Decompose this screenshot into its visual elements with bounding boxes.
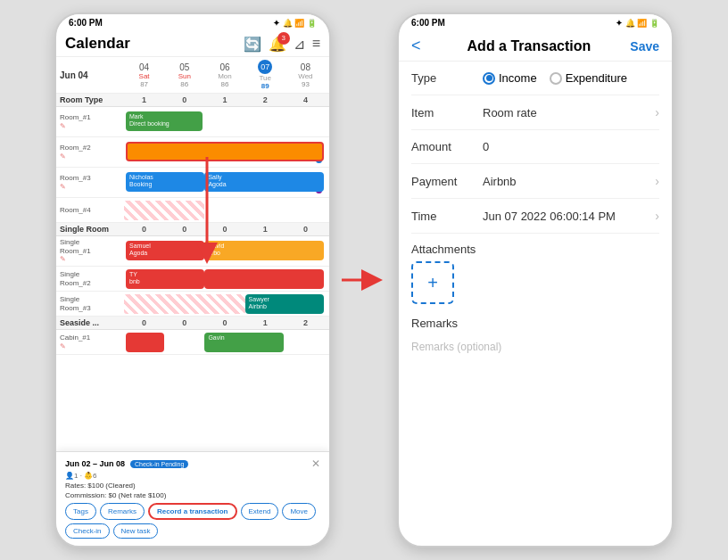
new-task-button[interactable]: New task bbox=[113, 523, 159, 539]
room-type-section-header: Room Type 1 0 1 2 4 bbox=[56, 94, 329, 107]
single-room-row-1: SingleRoom_#1✎ SamuelAgoda Davidvrbo bbox=[56, 236, 329, 267]
booking-gavin[interactable]: Gavin bbox=[204, 333, 283, 352]
popup-date-range: Jun 02 – Jun 08 bbox=[65, 459, 125, 468]
striped-block-sr3 bbox=[124, 294, 245, 314]
amount-value[interactable]: 0 bbox=[483, 140, 659, 153]
move-button[interactable]: Move bbox=[282, 503, 316, 520]
date-col-05[interactable]: 05 Sun 86 bbox=[164, 60, 204, 91]
down-arrow-annotation bbox=[194, 157, 219, 264]
menu-icon[interactable]: ≡ bbox=[312, 36, 320, 52]
status-bar-left: 6:00 PM ✦ 🔔 📶 🔋 bbox=[56, 14, 329, 31]
booking-room2[interactable] bbox=[126, 142, 324, 161]
filter-icon[interactable]: ⊿ bbox=[294, 36, 305, 53]
save-button[interactable]: Save bbox=[630, 39, 659, 54]
room-row-4: Room_#4 bbox=[56, 198, 329, 223]
attachments-label: Attachments bbox=[399, 234, 672, 261]
form-row-amount: Amount 0 bbox=[411, 130, 659, 164]
popup-actions: Tags Remarks Record a transaction Extend… bbox=[65, 503, 320, 539]
add-attachment-button[interactable]: + bbox=[411, 261, 454, 304]
booking-popup: Jun 02 – Jun 08 Check-in Pending ✕ 👤1 · … bbox=[56, 451, 329, 546]
striped-block-room4 bbox=[124, 201, 204, 220]
time-label: Time bbox=[411, 210, 476, 223]
transaction-header: < Add a Transaction Save bbox=[399, 31, 672, 62]
booking-ty[interactable]: TYbnb bbox=[126, 269, 204, 289]
payment-chevron: › bbox=[655, 174, 659, 188]
popup-status-badge: Check-in Pending bbox=[130, 460, 188, 468]
remarks-label: Remarks bbox=[399, 313, 672, 335]
remarks-placeholder: Remarks (optional) bbox=[411, 341, 501, 353]
status-bar-right: 6:00 PM ✦ 🔔 📶 🔋 bbox=[399, 14, 672, 31]
calendar-body: Room Type 1 0 1 2 4 Room_#1✎ MarkDirect … bbox=[56, 94, 329, 509]
date-col-04[interactable]: 04 Sat 87 bbox=[124, 60, 164, 91]
expenditure-label: Expenditure bbox=[566, 71, 627, 85]
cabin-row-1: Cabin_#1✎ Gavin bbox=[56, 330, 329, 355]
popup-guests: 👤1 · 👶6 bbox=[65, 472, 320, 480]
popup-rates: Rates: $100 (Cleared) bbox=[65, 482, 320, 490]
add-icon: + bbox=[427, 273, 438, 293]
single-room-section-header: Single Room 0 0 0 1 0 bbox=[56, 223, 329, 236]
date-col-06[interactable]: 06 Mon 86 bbox=[204, 60, 244, 91]
transaction-title: Add a Transaction bbox=[428, 38, 631, 54]
booking-cabin1-red[interactable] bbox=[126, 333, 164, 352]
booking-nicholas[interactable]: NicholasBooking bbox=[126, 172, 204, 192]
status-time-left: 6:00 PM bbox=[69, 18, 103, 28]
type-radio-group: Income Expenditure bbox=[483, 71, 627, 85]
status-time-right: 6:00 PM bbox=[411, 18, 445, 28]
booking-mark[interactable]: MarkDirect booking bbox=[126, 111, 203, 131]
form-row-item[interactable]: Item Room rate › bbox=[411, 95, 659, 130]
item-value: Room rate bbox=[483, 106, 648, 119]
popup-close-button[interactable]: ✕ bbox=[311, 457, 320, 470]
item-label: Item bbox=[411, 106, 476, 119]
income-label: Income bbox=[499, 71, 537, 85]
time-value: Jun 07 2022 06:00:14 PM bbox=[483, 210, 648, 223]
calendar-title: Calendar bbox=[65, 35, 130, 53]
extend-button[interactable]: Extend bbox=[241, 503, 279, 520]
room-row-1: Room_#1✎ MarkDirect booking bbox=[56, 107, 329, 137]
remarks-input[interactable]: Remarks (optional) bbox=[411, 335, 659, 358]
notification-badge: 3 bbox=[277, 32, 290, 45]
status-icons-right: ✦ 🔔 📶 🔋 bbox=[616, 19, 659, 28]
booking-samuel[interactable]: SamuelAgoda bbox=[126, 241, 204, 260]
type-label: Type bbox=[411, 71, 476, 85]
room-row-3: Room_#3✎ NicholasBooking SallyAgoda bbox=[56, 168, 329, 198]
expenditure-radio[interactable] bbox=[550, 72, 562, 85]
bell-icon-wrap[interactable]: 🔔 3 bbox=[269, 36, 286, 53]
single-room-row-2: SingleRoom_#2 TYbnb bbox=[56, 267, 329, 292]
popup-commission: Commission: $0 (Net rate $100) bbox=[65, 491, 320, 499]
amount-label: Amount bbox=[411, 140, 476, 153]
date-navigation: Jun 04 04 Sat 87 05 Sun 86 06 Mon 86 07 … bbox=[56, 57, 329, 94]
seaside-section-header: Seaside ... 0 0 0 1 2 bbox=[56, 317, 329, 330]
item-chevron: › bbox=[655, 105, 659, 119]
booking-sally[interactable]: SallyAgoda bbox=[204, 172, 324, 192]
booking-red2[interactable] bbox=[204, 269, 324, 289]
date-col-07[interactable]: 07 Tue 89 bbox=[245, 57, 285, 93]
income-option[interactable]: Income bbox=[483, 71, 537, 85]
date-col-08[interactable]: 08 Wed 93 bbox=[285, 60, 326, 91]
form-row-time[interactable]: Time Jun 07 2022 06:00:14 PM › bbox=[411, 199, 659, 234]
refresh-icon[interactable]: 🔄 bbox=[244, 36, 261, 53]
calendar-header: Calendar 🔄 🔔 3 ⊿ ≡ bbox=[56, 31, 329, 57]
booking-sawyer[interactable]: SawyerAirbnb bbox=[245, 294, 324, 314]
expenditure-option[interactable]: Expenditure bbox=[550, 71, 627, 85]
remarks-button[interactable]: Remarks bbox=[100, 503, 145, 520]
form-row-type: Type Income Expenditure bbox=[411, 62, 659, 95]
calendar-toolbar: 🔄 🔔 3 ⊿ ≡ bbox=[244, 36, 320, 53]
room-row-2: Room_#2✎ bbox=[56, 137, 329, 168]
current-date-label[interactable]: Jun 04 bbox=[60, 67, 124, 84]
form-row-payment[interactable]: Payment Airbnb › bbox=[411, 164, 659, 199]
income-radio[interactable] bbox=[483, 72, 495, 85]
time-chevron: › bbox=[655, 209, 659, 223]
record-transaction-button[interactable]: Record a transaction bbox=[148, 503, 237, 520]
payment-label: Payment bbox=[411, 175, 476, 188]
booking-david[interactable]: Davidvrbo bbox=[204, 241, 324, 260]
payment-value: Airbnb bbox=[483, 175, 648, 188]
right-arrow bbox=[342, 267, 386, 293]
right-arrow-container bbox=[342, 12, 386, 548]
back-button[interactable]: < bbox=[411, 37, 421, 55]
status-icons-left: ✦ 🔔 📶 🔋 bbox=[273, 19, 317, 28]
transaction-form: Type Income Expenditure Item Room rate › bbox=[399, 62, 672, 234]
single-room-row-3: SingleRoom_#3 SawyerAirbnb bbox=[56, 292, 329, 317]
checkin-button[interactable]: Check-in bbox=[65, 523, 110, 539]
tags-button[interactable]: Tags bbox=[65, 503, 96, 520]
